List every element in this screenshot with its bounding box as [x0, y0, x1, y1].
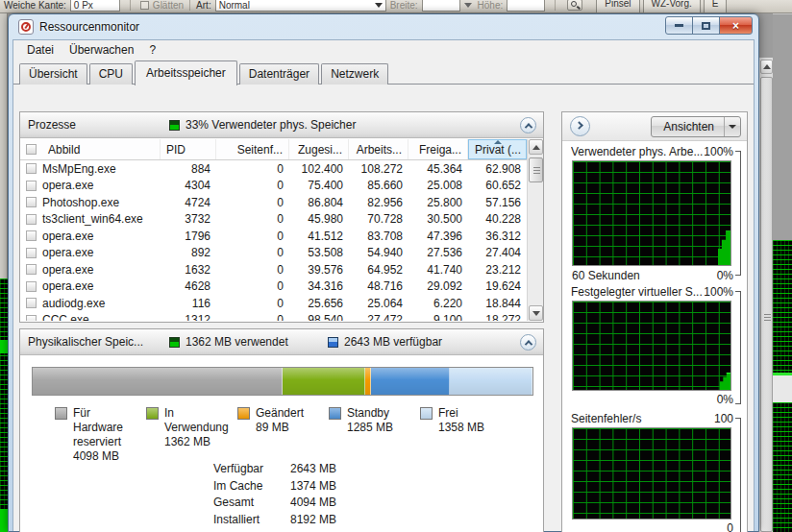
row-checkbox[interactable]	[26, 230, 37, 241]
table-row[interactable]: opera.exe 1632 0 39.576 64.952 41.740 23…	[20, 261, 527, 278]
memory-bar-segment	[450, 368, 532, 395]
column-header-image[interactable]: Abbild	[20, 139, 161, 159]
table-row[interactable]: opera.exe 4304 0 75.400 85.660 25.008 60…	[20, 178, 527, 195]
legend-amount: 1358 MB	[438, 421, 484, 434]
process-commit: 75.400	[289, 179, 349, 192]
process-pid: 1632	[161, 263, 216, 277]
height-input[interactable]	[507, 0, 545, 12]
graphs-toolbar: Ansichten	[562, 112, 747, 141]
process-working-set: 27.472	[349, 313, 408, 321]
column-header-hard-faults[interactable]: Seitenf...	[216, 139, 289, 159]
tab[interactable]: Übersicht	[19, 63, 87, 85]
swap-dimensions-icon[interactable]	[464, 3, 472, 8]
process-pid: 4304	[161, 179, 216, 192]
summary-row: Verfügbar 2643 MB	[213, 462, 336, 479]
background-window-left-fragment	[0, 13, 8, 532]
tab[interactable]: Datenträger	[239, 63, 319, 85]
mode-select[interactable]: Normal	[215, 0, 386, 12]
menu-item[interactable]: ?	[141, 41, 163, 59]
views-dropdown-arrow[interactable]	[724, 117, 740, 136]
process-shareable: 45.364	[408, 162, 468, 176]
feather-input[interactable]: 0 Px	[70, 0, 120, 12]
column-header-working-set[interactable]: Arbeits...	[349, 139, 408, 159]
row-checkbox[interactable]	[26, 315, 37, 321]
width-input[interactable]	[422, 0, 460, 12]
arrow-down-icon	[532, 311, 540, 316]
row-checkbox[interactable]	[26, 181, 37, 191]
row-checkbox[interactable]	[26, 214, 37, 225]
process-working-set: 85.660	[349, 179, 408, 192]
summary-row: Gesamt 4094 MB	[213, 496, 336, 513]
memory-legend: Für Hardware reserviert4098 MB In Verwen…	[55, 406, 511, 464]
arrow-up-icon	[763, 64, 771, 69]
collapse-button[interactable]	[520, 334, 536, 351]
column-header-commit[interactable]: Zugesi...	[289, 139, 349, 159]
process-hard-faults: 0	[216, 179, 289, 192]
row-checkbox[interactable]	[26, 298, 37, 308]
background-panel-fragment	[773, 13, 792, 240]
views-button[interactable]: Ansichten	[651, 116, 741, 137]
process-hard-faults: 0	[216, 212, 289, 226]
expand-panel-button[interactable]	[570, 116, 590, 136]
table-row[interactable]: ts3client_win64.exe 3732 0 45.980 70.728…	[20, 211, 527, 229]
antialias-checkbox[interactable]	[140, 1, 149, 10]
background-scrollbar[interactable]	[758, 58, 773, 532]
zoom-tool-button[interactable]	[567, 0, 582, 11]
arrow-up-icon	[532, 145, 540, 150]
column-header-private[interactable]: Privat (...	[468, 139, 527, 159]
summary-label: Im Cache	[213, 479, 262, 496]
row-checkbox[interactable]	[26, 281, 37, 292]
physical-memory-panel: Physikalischer Speic... 1362 MB verwende…	[19, 328, 544, 532]
thumb-grip-icon	[764, 314, 771, 321]
process-working-set: 83.708	[349, 230, 408, 243]
panel-tab[interactable]: E	[704, 0, 728, 13]
panel-tab[interactable]: WZ-Vorg.	[643, 0, 701, 13]
process-commit: 86.804	[289, 196, 349, 209]
table-row[interactable]: opera.exe 892 0 53.508 54.940 27.536 27.…	[20, 245, 527, 262]
scroll-thumb[interactable]	[760, 77, 773, 532]
memory-bar-segment	[371, 368, 450, 395]
scroll-down-button[interactable]	[529, 305, 543, 321]
row-checkbox[interactable]	[26, 248, 37, 258]
menu-item[interactable]: Datei	[19, 41, 62, 59]
title-bar[interactable]: Ressourcenmonitor	[9, 14, 758, 39]
column-header-pid[interactable]: PID	[161, 139, 216, 159]
select-all-checkbox[interactable]	[26, 144, 37, 155]
process-hard-faults: 0	[216, 263, 289, 277]
minimize-button[interactable]	[665, 16, 693, 35]
table-row[interactable]: audiodg.exe 116 0 25.656 25.064 6.220 18…	[20, 295, 527, 312]
table-row[interactable]: opera.exe 1796 0 41.512 83.708 47.396 36…	[20, 228, 527, 245]
memory-panel-header: Physikalischer Speic... 1362 MB verwende…	[20, 329, 543, 355]
tab[interactable]: Arbeitsspeicher	[135, 60, 237, 85]
table-row[interactable]: MsMpEng.exe 884 0 102.400 108.272 45.364…	[20, 160, 527, 178]
process-name: opera.exe	[42, 179, 93, 192]
process-name: opera.exe	[42, 230, 93, 243]
close-icon: ×	[732, 19, 739, 33]
close-button[interactable]: ×	[719, 16, 753, 35]
summary-value: 8192 MB	[290, 513, 336, 530]
menu-item[interactable]: Überwachen	[62, 41, 141, 59]
scroll-up-button[interactable]	[529, 139, 543, 155]
tab[interactable]: CPU	[89, 63, 133, 85]
scroll-up-button[interactable]	[760, 60, 773, 74]
process-pid: 884	[161, 162, 216, 176]
table-scrollbar[interactable]	[527, 139, 543, 321]
table-row[interactable]: CCC.exe 1312 0 98.540 27.472 9.100 18.27…	[20, 312, 527, 322]
row-checkbox[interactable]	[26, 163, 37, 174]
graph-x-label: 60 Sekunden	[572, 269, 640, 282]
graphs-panel: Ansichten Verwendeter phys. Arbe... 100%…	[561, 111, 748, 532]
maximize-button[interactable]	[692, 16, 720, 35]
graph-scale-bracket	[735, 151, 741, 276]
graph-series-fill	[718, 230, 730, 265]
summary-label: Installiert	[213, 513, 260, 530]
scroll-thumb[interactable]	[529, 157, 543, 182]
table-row[interactable]: opera.exe 4628 0 34.316 48.716 29.092 19…	[20, 278, 527, 296]
process-hard-faults: 0	[216, 246, 289, 259]
collapse-button[interactable]	[520, 117, 536, 133]
row-checkbox[interactable]	[26, 197, 37, 207]
row-checkbox[interactable]	[26, 264, 37, 275]
column-header-shareable[interactable]: Freiga...	[408, 139, 468, 159]
table-row[interactable]: Photoshop.exe 4724 0 86.804 82.956 25.80…	[20, 194, 527, 211]
panel-tab[interactable]: Pinsel	[596, 0, 639, 13]
tab[interactable]: Netzwerk	[321, 63, 388, 85]
